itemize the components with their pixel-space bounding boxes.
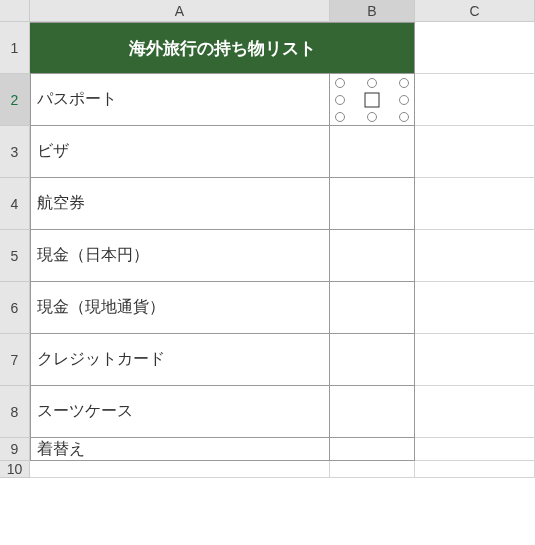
cell-c7[interactable] — [415, 334, 535, 386]
cell-a4[interactable]: 航空券 — [30, 178, 330, 230]
cell-a6[interactable]: 現金（現地通貨） — [30, 282, 330, 334]
cell-c6[interactable] — [415, 282, 535, 334]
cell-c4[interactable] — [415, 178, 535, 230]
cell-b9[interactable] — [330, 438, 415, 461]
cell-a10[interactable] — [30, 461, 330, 478]
checkbox-icon[interactable] — [365, 92, 380, 107]
resize-handle-ml[interactable] — [335, 95, 345, 105]
resize-handle-tc[interactable] — [367, 78, 377, 88]
cell-c2[interactable] — [415, 74, 535, 126]
row-header-8[interactable]: 8 — [0, 386, 30, 438]
row-header-6[interactable]: 6 — [0, 282, 30, 334]
checkbox-object-selected[interactable] — [340, 83, 404, 117]
cell-b2[interactable] — [330, 74, 415, 126]
cell-c8[interactable] — [415, 386, 535, 438]
cell-a3[interactable]: ビザ — [30, 126, 330, 178]
resize-handle-tr[interactable] — [399, 78, 409, 88]
cell-c10[interactable] — [415, 461, 535, 478]
cell-a8[interactable]: スーツケース — [30, 386, 330, 438]
cell-b4[interactable] — [330, 178, 415, 230]
resize-handle-bl[interactable] — [335, 112, 345, 122]
cell-b6[interactable] — [330, 282, 415, 334]
row-header-4[interactable]: 4 — [0, 178, 30, 230]
row-header-1[interactable]: 1 — [0, 22, 30, 74]
spreadsheet-grid: A B C 1 海外旅行の持ち物リスト 2 パスポート 3 ビザ 4 航空券 5… — [0, 0, 535, 478]
col-header-b[interactable]: B — [330, 0, 415, 22]
cell-b3[interactable] — [330, 126, 415, 178]
cell-c1[interactable] — [415, 22, 535, 74]
resize-handle-mr[interactable] — [399, 95, 409, 105]
cell-b7[interactable] — [330, 334, 415, 386]
cell-a5[interactable]: 現金（日本円） — [30, 230, 330, 282]
col-header-c[interactable]: C — [415, 0, 535, 22]
cell-c3[interactable] — [415, 126, 535, 178]
row-header-3[interactable]: 3 — [0, 126, 30, 178]
cell-c5[interactable] — [415, 230, 535, 282]
row-header-10[interactable]: 10 — [0, 461, 30, 478]
cell-b8[interactable] — [330, 386, 415, 438]
cell-b10[interactable] — [330, 461, 415, 478]
row-header-2[interactable]: 2 — [0, 74, 30, 126]
col-header-a[interactable]: A — [30, 0, 330, 22]
cell-a2[interactable]: パスポート — [30, 74, 330, 126]
select-all-corner[interactable] — [0, 0, 30, 22]
cell-a7[interactable]: クレジットカード — [30, 334, 330, 386]
cell-a9[interactable]: 着替え — [30, 438, 330, 461]
resize-handle-br[interactable] — [399, 112, 409, 122]
cell-c9[interactable] — [415, 438, 535, 461]
cell-b5[interactable] — [330, 230, 415, 282]
resize-handle-bc[interactable] — [367, 112, 377, 122]
row-header-7[interactable]: 7 — [0, 334, 30, 386]
row-header-5[interactable]: 5 — [0, 230, 30, 282]
resize-handle-tl[interactable] — [335, 78, 345, 88]
title-cell[interactable]: 海外旅行の持ち物リスト — [30, 22, 415, 74]
row-header-9[interactable]: 9 — [0, 438, 30, 461]
